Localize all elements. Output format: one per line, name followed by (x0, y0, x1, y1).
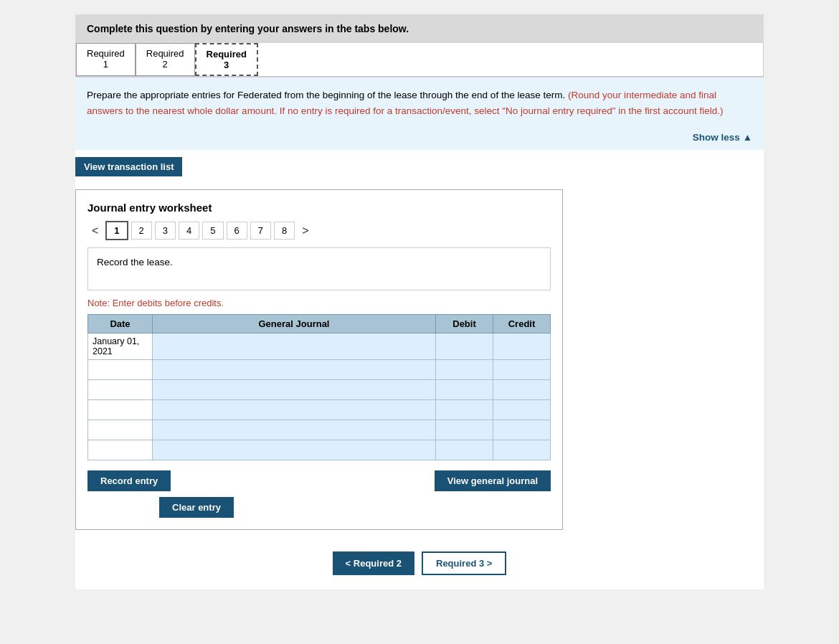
debit-input-3[interactable] (436, 380, 493, 399)
description-area: Prepare the appropriate entries for Fede… (75, 77, 764, 128)
date-cell-2 (88, 360, 153, 380)
worksheet-tabs-nav: < 1 2 3 4 5 6 7 8 > (87, 221, 551, 240)
worksheet-tab-7[interactable]: 7 (250, 222, 271, 240)
required-2-nav-button[interactable]: < Required 2 (333, 551, 414, 575)
date-cell-1: January 01,2021 (88, 333, 153, 360)
credit-input-3[interactable] (493, 380, 550, 399)
worksheet-tab-5[interactable]: 5 (202, 222, 223, 240)
worksheet-container: Journal entry worksheet < 1 2 3 4 5 6 7 … (75, 189, 563, 530)
tab-required-1[interactable]: Required1 (76, 43, 136, 76)
view-transaction-list-button[interactable]: View transaction list (75, 157, 182, 176)
debit-cell-4[interactable] (436, 400, 493, 420)
record-entry-button[interactable]: Record entry (87, 470, 171, 491)
debit-input-5[interactable] (436, 420, 493, 440)
date-cell-6 (88, 440, 153, 460)
credit-input-4[interactable] (493, 400, 550, 420)
general-journal-cell-5[interactable] (153, 420, 436, 440)
col-header-debit: Debit (436, 315, 493, 333)
debit-cell-3[interactable] (436, 380, 493, 400)
general-journal-input-5[interactable] (153, 420, 435, 440)
table-row (88, 420, 551, 440)
debit-input-6[interactable] (436, 440, 493, 460)
record-instruction-box: Record the lease. (87, 247, 551, 290)
required-3-nav-button[interactable]: Required 3 > (422, 551, 506, 575)
clear-entry-button[interactable]: Clear entry (159, 497, 234, 518)
general-journal-input-4[interactable] (153, 400, 435, 420)
date-cell-3 (88, 380, 153, 400)
date-cell-4 (88, 400, 153, 420)
general-journal-cell-6[interactable] (153, 440, 436, 460)
debit-cell-6[interactable] (436, 440, 493, 460)
tab-required-3[interactable]: Required3 (195, 43, 258, 76)
col-header-general-journal: General Journal (153, 315, 436, 333)
record-instruction-text: Record the lease. (97, 257, 173, 267)
worksheet-title: Journal entry worksheet (87, 202, 551, 214)
general-journal-input-1[interactable] (153, 333, 435, 359)
credit-cell-4[interactable] (493, 400, 551, 420)
tab-required-2[interactable]: Required2 (136, 43, 195, 76)
button-row-2: Clear entry (87, 497, 551, 518)
table-row (88, 400, 551, 420)
credit-cell-6[interactable] (493, 440, 551, 460)
general-journal-cell-3[interactable] (153, 380, 436, 400)
credit-cell-1[interactable] (493, 333, 551, 360)
nav-prev-arrow[interactable]: < (87, 223, 103, 239)
bottom-nav: < Required 2 Required 3 > (75, 544, 764, 589)
view-general-journal-button[interactable]: View general journal (435, 470, 551, 491)
col-header-date: Date (88, 315, 153, 333)
worksheet-tab-3[interactable]: 3 (155, 222, 176, 240)
credit-input-5[interactable] (493, 420, 550, 440)
general-journal-input-3[interactable] (153, 380, 435, 399)
table-row (88, 360, 551, 380)
general-journal-input-2[interactable] (153, 360, 435, 379)
credit-input-1[interactable] (493, 333, 550, 359)
general-journal-cell-4[interactable] (153, 400, 436, 420)
view-transaction-area: View transaction list (75, 150, 764, 189)
worksheet-tab-1[interactable]: 1 (105, 221, 128, 240)
worksheet-tab-8[interactable]: 8 (274, 222, 295, 240)
credit-cell-2[interactable] (493, 360, 551, 380)
debit-input-1[interactable] (436, 333, 493, 359)
credit-input-2[interactable] (493, 360, 550, 379)
table-row (88, 440, 551, 460)
general-journal-input-6[interactable] (153, 440, 435, 460)
credit-cell-3[interactable] (493, 380, 551, 400)
note-text: Note: Enter debits before credits. (87, 298, 551, 308)
debit-cell-2[interactable] (436, 360, 493, 380)
instruction-bar: Complete this question by entering your … (75, 14, 764, 43)
worksheet-tab-2[interactable]: 2 (131, 222, 152, 240)
date-cell-5 (88, 420, 153, 440)
nav-next-arrow[interactable]: > (298, 223, 313, 239)
col-header-credit: Credit (493, 315, 551, 333)
table-row: January 01,2021 (88, 333, 551, 360)
debit-cell-1[interactable] (436, 333, 493, 360)
show-less-row: Show less ▲ (75, 128, 764, 150)
instruction-text: Complete this question by entering your … (87, 23, 409, 34)
table-row (88, 380, 551, 400)
worksheet-tab-4[interactable]: 4 (179, 222, 199, 240)
show-less-button[interactable]: Show less ▲ (693, 132, 752, 143)
debit-input-4[interactable] (436, 400, 493, 420)
worksheet-tab-6[interactable]: 6 (227, 222, 247, 240)
description-main-text: Prepare the appropriate entries for Fede… (87, 90, 565, 100)
journal-table: Date General Journal Debit Credit Januar… (87, 314, 551, 460)
credit-cell-5[interactable] (493, 420, 551, 440)
debit-input-2[interactable] (436, 360, 493, 379)
general-journal-cell-2[interactable] (153, 360, 436, 380)
debit-cell-5[interactable] (436, 420, 493, 440)
credit-input-6[interactable] (493, 440, 550, 460)
general-journal-cell-1[interactable] (153, 333, 436, 360)
button-row-1: Record entry View general journal (87, 470, 551, 491)
tabs-row: Required1 Required2 Required3 (75, 43, 764, 77)
